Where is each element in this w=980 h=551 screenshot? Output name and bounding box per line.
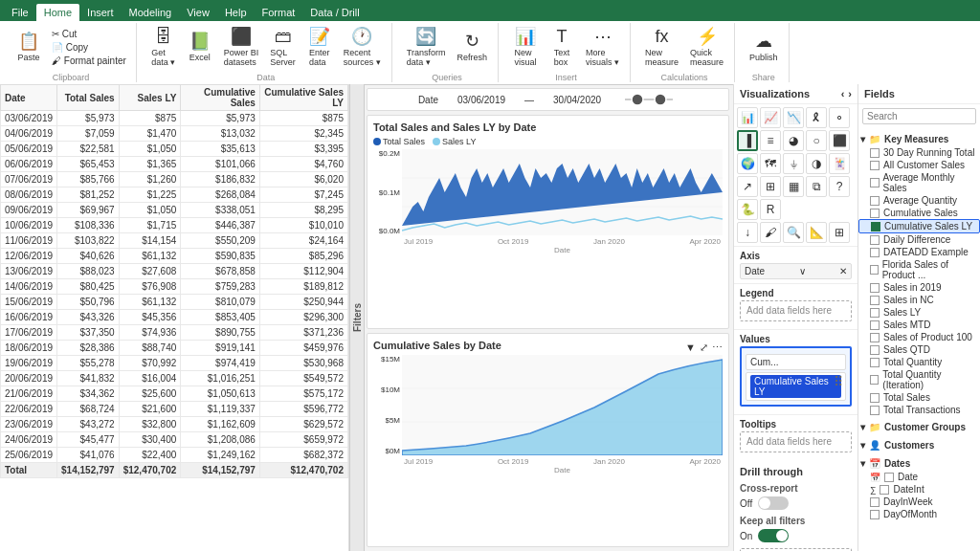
field-cum-sales[interactable]: Cumulative Sales: [858, 207, 980, 219]
powerbi-icon: ⬛: [231, 27, 252, 48]
get-data-button[interactable]: 🗄 Getdata ▾: [146, 25, 181, 69]
viz-icon-filter-paint[interactable]: 🔍: [783, 222, 804, 243]
new-measure-button[interactable]: fx Newmeasure: [640, 25, 683, 69]
viz-icon-bar-cluster[interactable]: ▐: [737, 130, 758, 151]
axis-label: Axis: [740, 251, 852, 261]
viz-icon-tree[interactable]: ⬛: [829, 130, 850, 151]
field-dateint[interactable]: ∑DateInt: [858, 483, 980, 496]
field-sales-2019[interactable]: Sales in 2019: [858, 281, 980, 294]
field-all-customer[interactable]: All Customer Sales: [858, 159, 980, 171]
viz-icon-bar[interactable]: 📊: [737, 107, 758, 128]
field-total-trans[interactable]: Total Transactions: [858, 404, 980, 416]
date-filter-bar[interactable]: Date 03/06/2019 — 30/04/2020: [367, 88, 729, 111]
viz-collapse-icon[interactable]: ‹: [841, 88, 845, 99]
field-florida[interactable]: Florida Sales of Product ...: [858, 258, 980, 281]
cut-button[interactable]: ✂ Cut: [48, 28, 130, 40]
field-date[interactable]: 📅Date: [858, 471, 980, 483]
paste-button[interactable]: 📋 Paste: [11, 30, 46, 64]
tab-help[interactable]: Help: [217, 4, 255, 21]
field-dayinweek[interactable]: DayInWeek: [858, 496, 980, 508]
tab-data-drill[interactable]: Data / Drill: [302, 4, 367, 21]
publish-button[interactable]: ☁ Publish: [745, 30, 783, 64]
refresh-button[interactable]: ↻ Refresh: [453, 30, 493, 64]
axis-value[interactable]: Date ∨ ✕: [740, 263, 852, 279]
customer-groups-header[interactable]: ▾ 📁 Customer Groups: [858, 420, 980, 434]
field-total-qty-iter[interactable]: Total Quantity (Iteration): [858, 368, 980, 391]
dates-header[interactable]: ▾ 📅 Dates: [858, 456, 980, 471]
field-sales-ly[interactable]: Sales LY: [858, 306, 980, 319]
viz-icon-line[interactable]: 📈: [760, 107, 781, 128]
keep-filters-toggle[interactable]: On: [740, 529, 852, 542]
field-30day[interactable]: 30 Day Running Total: [858, 146, 980, 159]
viz-icon-py[interactable]: 🐍: [737, 199, 758, 220]
field-avg-qty[interactable]: Average Quantity: [858, 194, 980, 207]
viz-icon-table[interactable]: ⊞: [760, 176, 781, 197]
viz-icon-slicer[interactable]: ⧉: [806, 176, 827, 197]
viz-icon-gauge[interactable]: ◑: [806, 153, 827, 174]
viz-icon-fields[interactable]: ⊞: [829, 222, 850, 243]
field-sales-product100[interactable]: Sales of Product 100: [858, 331, 980, 343]
field-total-qty[interactable]: Total Quantity: [858, 356, 980, 368]
key-measures-header[interactable]: ▾ 📁 Key Measures: [858, 132, 980, 146]
viz-icon-matrix[interactable]: ▦: [783, 176, 804, 197]
keep-filters-toggle-track[interactable]: [758, 529, 789, 542]
key-measures-icon: 📁: [869, 134, 880, 144]
viz-icon-scatter[interactable]: ⚬: [829, 107, 850, 128]
field-dateadd[interactable]: DATEADD Example: [858, 246, 980, 258]
viz-icon-filled-map[interactable]: 🗺: [760, 153, 781, 174]
viz-icon-qa[interactable]: ?: [829, 176, 850, 197]
axis-expand-icon[interactable]: ∨: [799, 266, 806, 276]
field-sales-mtd[interactable]: Sales MTD: [858, 319, 980, 331]
field-avg-monthly[interactable]: Average Monthly Sales: [858, 171, 980, 194]
tab-modeling[interactable]: Modeling: [122, 4, 180, 21]
transform-button[interactable]: 🔄 Transformdata ▾: [402, 25, 451, 69]
field-dayofmonth[interactable]: DayOfMonth: [858, 508, 980, 520]
recent-sources-button[interactable]: 🕐 Recentsources ▾: [339, 25, 386, 69]
copy-button[interactable]: 📄 Copy: [48, 41, 130, 54]
quick-measure-button[interactable]: ⚡ Quickmeasure: [685, 25, 728, 69]
new-visual-button[interactable]: 📊 Newvisual: [508, 25, 543, 69]
viz-icon-ribbon[interactable]: 🎗: [806, 107, 827, 128]
axis-remove-icon[interactable]: ✕: [839, 266, 847, 276]
viz-icon-map[interactable]: 🌍: [737, 153, 758, 174]
chart2-expand-icon[interactable]: ⤢: [700, 342, 708, 354]
viz-icon-format[interactable]: 🖌: [760, 222, 781, 243]
viz-icon-pie[interactable]: ◕: [783, 130, 804, 151]
cross-report-toggle-track[interactable]: [758, 496, 789, 510]
tab-home[interactable]: Home: [36, 4, 79, 21]
field-cum-sales-ly[interactable]: Cumulative Sales LY: [858, 219, 980, 233]
viz-icon-donut[interactable]: ○: [806, 130, 827, 151]
cross-report-toggle[interactable]: Off: [740, 496, 852, 510]
viz-expand-icon[interactable]: ›: [848, 88, 852, 99]
field-daily-diff[interactable]: Daily Difference: [858, 233, 980, 246]
format-painter-button[interactable]: 🖌 Format painter: [48, 55, 130, 67]
viz-icon-area[interactable]: 📉: [783, 107, 804, 128]
viz-icon-r[interactable]: R: [760, 199, 781, 220]
viz-icon-100pct[interactable]: ≡: [760, 130, 781, 151]
excel-button[interactable]: 📗 Excel: [183, 30, 217, 64]
more-visuals-button[interactable]: ⋯ Morevisuals ▾: [581, 25, 624, 69]
viz-icon-analytics[interactable]: 📐: [806, 222, 827, 243]
viz-icon-funnel[interactable]: ⏚: [783, 153, 804, 174]
viz-icon-kpi[interactable]: ↗: [737, 176, 758, 197]
tab-format[interactable]: Format: [255, 4, 303, 21]
customers-header[interactable]: ▾ 👤 Customers: [858, 438, 980, 452]
sql-server-button[interactable]: 🗃 SQLServer: [265, 25, 301, 69]
field-sales-qtd[interactable]: Sales QTD: [858, 343, 980, 356]
viz-icon-drill[interactable]: ↓: [737, 222, 758, 243]
chart2-filter-icon[interactable]: ▼: [685, 342, 696, 354]
tab-insert[interactable]: Insert: [79, 4, 122, 21]
values-item-1[interactable]: Cum...: [746, 354, 846, 370]
viz-icon-card[interactable]: 🃏: [829, 153, 850, 174]
field-sales-nc[interactable]: Sales in NC: [858, 294, 980, 306]
fields-search-input[interactable]: [862, 108, 976, 124]
tab-view[interactable]: View: [179, 4, 217, 21]
field-total-sales[interactable]: Total Sales: [858, 391, 980, 404]
date-filter-slider[interactable]: [620, 92, 678, 107]
chart2-more-icon[interactable]: ⋯: [712, 342, 723, 354]
text-box-button[interactable]: T Textbox: [545, 25, 579, 69]
tab-file[interactable]: File: [4, 4, 36, 21]
values-item-2[interactable]: Cumulative Sales LY ⠿: [746, 372, 846, 401]
enter-data-button[interactable]: 📝 Enterdata: [302, 25, 337, 69]
powerbi-datasets-button[interactable]: ⬛ Power BIdatasets: [219, 25, 264, 69]
